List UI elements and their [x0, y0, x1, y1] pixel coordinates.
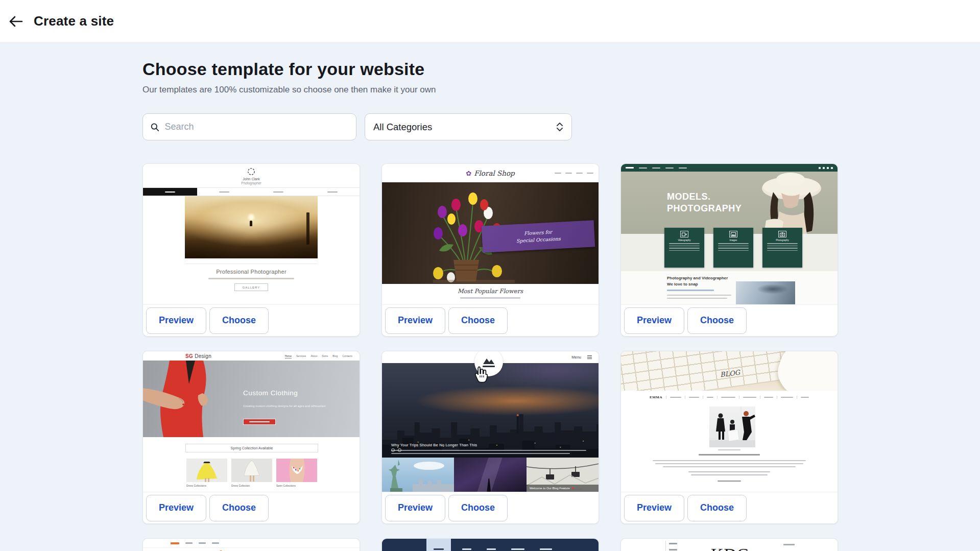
nav-tab — [305, 188, 360, 196]
collection-label: Swim Collections — [276, 484, 296, 487]
caption-text: Welcome to Our Blog Feature — [530, 487, 570, 490]
back-button[interactable] — [4, 10, 28, 33]
mini-site-brand: EMMA — [650, 395, 662, 399]
card-actions: Preview Choose — [621, 492, 838, 523]
search-box — [142, 113, 356, 140]
brand-accent: SG — [185, 353, 193, 359]
nav-item: Home — [285, 354, 292, 358]
night-sky-photo — [454, 458, 526, 492]
preview-button[interactable]: Preview — [146, 495, 206, 521]
choose-button[interactable]: Choose — [209, 495, 269, 521]
text-row — [621, 463, 838, 464]
mini-site-brand: Floral Shop — [474, 169, 515, 177]
video-icon — [680, 231, 688, 237]
text-line — [670, 397, 681, 398]
divider — [717, 396, 718, 399]
text-line — [667, 295, 731, 296]
chevron-up-down-icon — [556, 122, 563, 132]
nav-icons — [819, 167, 833, 169]
template-card-minimal-blog: BLOG EMMA — [620, 351, 838, 524]
template-thumbnail-models-photography[interactable]: MODELS. PHOTOGRAPHY — [621, 164, 838, 304]
city-night-hero-photo: Why Your Trips Should Be No Longer Than … — [382, 363, 599, 458]
choose-button[interactable]: Choose — [687, 307, 747, 334]
mini-site-headline: Professional Photographer — [143, 269, 360, 275]
text-line — [718, 246, 749, 247]
preview-button[interactable]: Preview — [146, 307, 206, 334]
template-thumbnail-minimal-blog[interactable]: BLOG EMMA — [621, 351, 838, 492]
choose-button[interactable]: Choose — [448, 307, 508, 334]
mini-site-headline: Why Your Trips Should Be No Longer Than … — [391, 443, 477, 447]
preview-button[interactable]: Preview — [624, 495, 684, 521]
top-bar: Create a site — [0, 0, 980, 43]
text-line — [718, 481, 741, 482]
product-photo-dress-white — [231, 459, 272, 482]
image-icon — [729, 231, 737, 237]
text-line — [783, 544, 795, 545]
template-thumbnail-sg-design[interactable]: SG Design Home Services About Store Blog… — [143, 351, 360, 492]
divider — [739, 396, 739, 399]
nav-item — [199, 542, 206, 544]
mini-site-nav: EMMA — [621, 395, 838, 399]
choose-button[interactable]: Choose — [209, 307, 269, 334]
mountains-icon — [482, 357, 495, 365]
nav-item: Services — [296, 354, 306, 358]
template-thumbnail-travel-blog[interactable]: Menu Why Your Trips — [382, 351, 599, 492]
back-arrow-icon — [9, 15, 23, 28]
nav-tab — [197, 188, 251, 196]
nav-tab-active — [426, 539, 451, 551]
template-thumbnail-partial[interactable] — [143, 539, 360, 551]
card-actions: Preview Choose — [382, 304, 599, 336]
template-thumbnail-photographer[interactable]: John Clark Photographer Professional Pho… — [143, 164, 360, 304]
preview-button[interactable]: Preview — [385, 495, 445, 521]
template-thumbnail-partial[interactable] — [382, 539, 599, 551]
brand-rest: Design — [193, 353, 211, 359]
mini-site-footer: Most Popular Flowers — [382, 284, 599, 304]
social-icon — [827, 167, 829, 169]
text-row — [621, 449, 838, 450]
nav-item — [511, 548, 524, 550]
text-line — [689, 397, 699, 398]
category-select[interactable]: All Categories — [365, 113, 572, 140]
nav-item — [679, 167, 687, 169]
text-line — [208, 278, 294, 279]
text-line — [767, 248, 798, 249]
text-line — [273, 191, 283, 193]
text-line — [565, 173, 572, 174]
nav-item — [462, 548, 471, 550]
mini-site-brand: SG Design — [185, 353, 211, 359]
divider — [185, 263, 318, 264]
paper-sheet-shape — [771, 351, 838, 391]
template-card-partial-9: KDC Preview Choose — [620, 538, 838, 551]
divider — [665, 541, 666, 551]
template-thumbnail-partial[interactable]: KDC — [621, 539, 838, 551]
template-thumbnail-floral-shop[interactable]: ✿ Floral Shop — [382, 164, 599, 304]
nav-item-active — [626, 167, 634, 169]
mini-site-hero: Custom Clothing Creating custom clothing… — [143, 361, 360, 437]
mini-site-banner: Flowers for Special Occasions — [482, 220, 595, 252]
divider — [760, 396, 760, 399]
template-card-travel-blog: Menu Why Your Trips — [381, 351, 599, 524]
nav-item — [540, 548, 552, 550]
preview-button[interactable]: Preview — [624, 307, 684, 334]
text-line — [667, 298, 727, 299]
mini-site-brand: John Clark — [143, 177, 360, 181]
text-row — [621, 471, 838, 472]
search-input[interactable] — [165, 122, 349, 132]
mini-site-thumbnails: Welcome to Our Blog Feature — [382, 458, 599, 492]
menu-label: Menu — [571, 355, 581, 360]
category-value: All Categories — [373, 122, 432, 133]
feature-label: Photography — [776, 239, 789, 242]
text-line — [434, 548, 444, 550]
choose-button[interactable]: Choose — [687, 495, 747, 521]
text-line — [688, 471, 770, 472]
section-heading: Choose template for your website — [142, 59, 424, 79]
template-card-models-photography: MODELS. PHOTOGRAPHY — [620, 163, 838, 337]
product-photo-dress-yellow — [186, 459, 227, 482]
text-line — [460, 297, 520, 299]
divider — [143, 547, 360, 548]
text-line — [718, 449, 740, 450]
preview-button[interactable]: Preview — [385, 307, 445, 334]
camera-icon — [778, 231, 786, 237]
nav-tab-active — [143, 188, 197, 196]
choose-button[interactable]: Choose — [448, 495, 508, 521]
